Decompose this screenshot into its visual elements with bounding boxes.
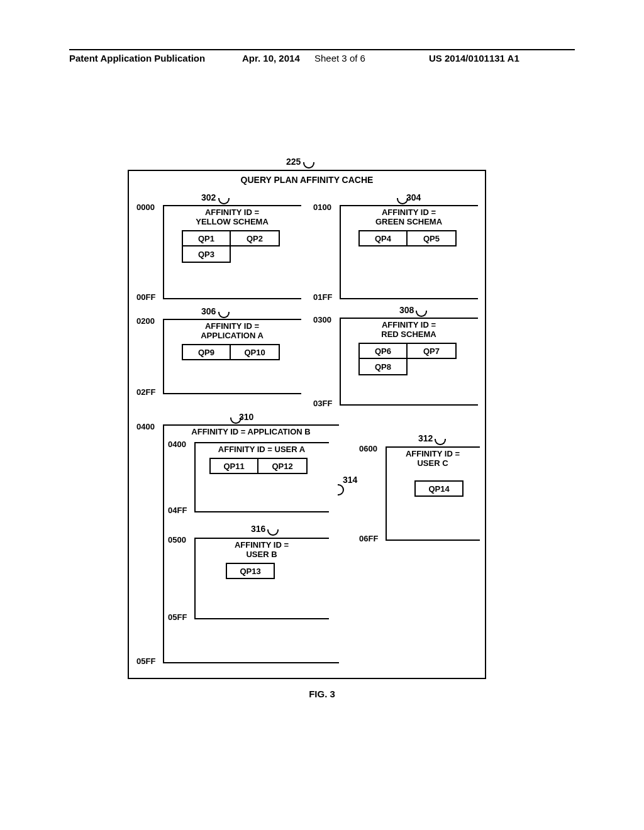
addr-0600: 0600 [359,444,377,453]
block-user-b: 0500 05FF AFFINITY ID = USER B QP13 [194,538,329,619]
addr-0500: 0500 [168,535,186,545]
block-yellow-schema: 0000 00FF AFFINITY ID = YELLOW SCHEMA QP… [163,205,301,299]
ref-225: 225 [286,157,301,167]
hook-312-icon [435,439,446,445]
block-frame [163,319,301,394]
header-sheet: Sheet 3 of 6 [314,53,365,64]
block-frame [194,442,329,512]
block-user-c: 0600 06FF AFFINITY ID = USER C QP14 [386,446,480,541]
hook-306-icon [218,312,230,318]
ref-306: 306 [201,306,216,316]
block-user-a: 0400 04FF AFFINITY ID = USER A QP11 QP12 [194,442,329,512]
header-rule [69,49,575,50]
figure-label: FIG. 3 [0,689,644,699]
hook-304-icon [397,198,408,204]
query-plan-affinity-cache: QUERY PLAN AFFINITY CACHE 302 0000 00FF … [128,170,486,679]
addr-05ff: 05FF [168,612,187,622]
addr-03ff: 03FF [313,399,332,408]
cache-title: QUERY PLAN AFFINITY CACHE [129,175,485,185]
ref-314: 314 [343,475,357,485]
block-frame [163,205,301,299]
hook-310-icon [230,418,242,424]
header-pubno: US 2014/0101131 A1 [429,53,519,64]
ref-302: 302 [201,192,216,202]
addr-05ff-outer: 05FF [136,656,155,666]
addr-0200: 0200 [136,316,155,326]
addr-01ff: 01FF [313,292,332,302]
hook-308-icon [416,311,427,317]
addr-02ff: 02FF [136,387,155,397]
block-frame [194,538,329,619]
block-red-schema: 0300 03FF AFFINITY ID = RED SCHEMA QP6 Q… [340,318,478,406]
hook-302-icon [218,198,230,204]
addr-06ff: 06FF [359,534,378,543]
page: Patent Application Publication Apr. 10, … [0,0,644,830]
addr-04ff: 04FF [168,506,187,515]
block-frame [340,205,478,299]
header-date: Apr. 10, 2014 [242,53,300,64]
ref-316: 316 [251,524,265,534]
ref-312: 312 [418,433,433,443]
addr-0300: 0300 [313,315,331,324]
block-frame [386,446,480,541]
block-application-b: 0400 05FF AFFINITY ID = APPLICATION B 04… [163,424,339,663]
addr-0000: 0000 [136,202,155,212]
header-left: Patent Application Publication [69,53,205,64]
ref-304: 304 [406,192,421,202]
hook-314-icon [338,484,344,495]
block-green-schema: 0100 01FF AFFINITY ID = GREEN SCHEMA QP4… [340,205,478,299]
addr-0100: 0100 [313,202,331,212]
ref-308: 308 [399,305,414,315]
block-application-a: 0200 02FF AFFINITY ID = APPLICATION A QP… [163,319,301,394]
ref-310: 310 [239,412,253,422]
hook-225-icon [303,162,314,169]
addr-0400: 0400 [168,440,186,449]
addr-0400-outer: 0400 [136,422,155,431]
block-frame [340,318,478,406]
addr-00ff: 00FF [136,292,155,302]
